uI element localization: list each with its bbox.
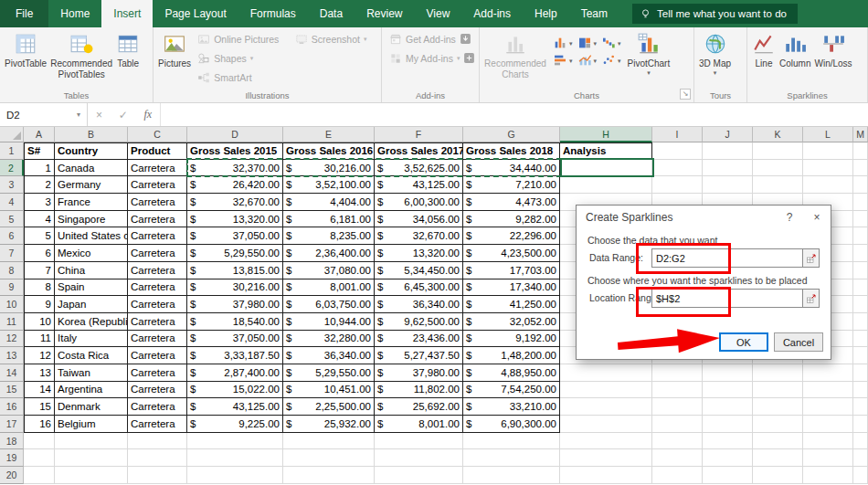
cell-i17[interactable] [652,416,703,433]
cell-l15[interactable] [803,382,853,399]
cell-m14[interactable] [853,364,868,382]
3d-map-button[interactable]: 3D Map▾ [697,29,733,78]
cell-e18[interactable] [283,433,375,450]
cell-m5[interactable] [853,211,868,228]
column-header-a[interactable]: A [24,127,55,142]
row-header-15[interactable]: 15 [0,382,24,399]
screenshot-button[interactable]: Screenshot▾ [291,29,378,48]
cancel-formula-icon[interactable]: × [96,109,102,121]
cell-a12[interactable]: 11 [24,331,55,348]
cell-c16[interactable]: Carretera [128,398,187,416]
cell-f20[interactable] [375,467,463,484]
cell-b7[interactable]: Mexico [55,245,128,262]
cell-f11[interactable]: $9,62,500.00 [375,313,463,331]
cell-d8[interactable]: $13,815.00 [187,262,283,279]
cell-e6[interactable]: $8,235.00 [283,227,375,245]
cell-l17[interactable] [803,416,853,433]
cell-g5[interactable]: $9,282.00 [463,211,560,228]
cell-k1[interactable] [753,142,803,160]
chart-hierarchy-button[interactable]: ▾ [577,36,598,50]
dialog-close-button[interactable]: × [803,206,831,228]
cell-g17[interactable]: $6,90,300.00 [463,416,560,433]
cell-h2[interactable] [560,160,652,177]
cell-c18[interactable] [128,433,187,450]
cell-d4[interactable]: $32,670.00 [187,194,283,211]
cell-j14[interactable] [703,364,753,382]
dialog-title-bar[interactable]: Create Sparklines ? × [577,206,831,228]
ok-button[interactable]: OK [719,332,768,352]
column-header-b[interactable]: B [55,127,128,142]
row-header-17[interactable]: 17 [0,416,24,433]
cell-g7[interactable]: $4,23,500.00 [463,245,560,262]
cell-a3[interactable]: 2 [24,176,55,194]
cell-m18[interactable] [853,433,868,450]
cell-k19[interactable] [753,449,803,467]
win-loss-button[interactable]: Win/Loss [812,29,853,71]
row-header-2[interactable]: 2 [0,160,24,177]
cell-m20[interactable] [853,467,868,484]
cell-i16[interactable] [652,398,703,416]
row-header-8[interactable]: 8 [0,262,24,279]
cancel-button[interactable]: Cancel [774,332,823,352]
cell-a19[interactable] [24,449,55,467]
cell-c6[interactable]: Carretera [128,227,187,245]
row-header-20[interactable]: 20 [0,467,24,484]
pictures-button[interactable]: Pictures [156,29,193,71]
cell-c10[interactable]: Carretera [128,296,187,313]
cell-l2[interactable] [803,160,853,177]
column-header-k[interactable]: K [753,127,803,142]
cell-d3[interactable]: $26,420.00 [187,176,283,194]
cell-a18[interactable] [24,433,55,450]
range-picker-icon[interactable] [802,290,819,307]
cell-a7[interactable]: 6 [24,245,55,262]
cell-e5[interactable]: $6,181.00 [283,211,375,228]
cell-d10[interactable]: $37,980.00 [187,296,283,313]
cell-d18[interactable] [187,433,283,450]
cell-e15[interactable]: $10,451.00 [283,382,375,399]
cell-a15[interactable]: 14 [24,382,55,399]
cell-e1[interactable]: Gross Sales 2016 [283,142,375,160]
cell-b19[interactable] [55,449,128,467]
data-range-input[interactable]: D2:G2 [651,248,820,268]
cell-m4[interactable] [853,194,868,211]
cell-a17[interactable]: 16 [24,416,55,433]
get-add-ins-button[interactable]: Get Add-ins [385,29,476,48]
cell-m11[interactable] [853,313,868,331]
column-header-e[interactable]: E [283,127,375,142]
cell-e16[interactable]: $2,25,500.00 [283,398,375,416]
cell-g4[interactable]: $4,473.00 [463,194,560,211]
cell-a10[interactable]: 9 [24,296,55,313]
cell-f19[interactable] [375,449,463,467]
cell-h1[interactable]: Analysis [560,142,652,160]
recommended-charts-button[interactable]: Recommended Charts [482,29,548,81]
cell-b3[interactable]: Germany [55,176,128,194]
cell-l19[interactable] [803,449,853,467]
cell-c11[interactable]: Carretera [128,313,187,331]
column-button[interactable]: Column [778,29,812,71]
cell-e17[interactable]: $25,932.00 [283,416,375,433]
cell-g11[interactable]: $32,052.00 [463,313,560,331]
tab-add-ins[interactable]: Add-ins [461,0,523,27]
cell-h20[interactable] [560,467,652,484]
cell-e7[interactable]: $2,36,400.00 [283,245,375,262]
cell-j2[interactable] [703,160,753,177]
cell-g2[interactable]: $34,440.00 [463,160,560,177]
cell-e12[interactable]: $32,280.00 [283,331,375,348]
name-box[interactable]: D2 ▾ [0,103,88,126]
pivotchart-button[interactable]: PivotChart▾ [626,29,672,78]
table-button[interactable]: Table [114,29,142,71]
cell-m9[interactable] [853,279,868,297]
cell-c5[interactable]: Carretera [128,211,187,228]
cell-e4[interactable]: $4,404.00 [283,194,375,211]
cell-d1[interactable]: Gross Sales 2015 [187,142,283,160]
cell-a8[interactable]: 7 [24,262,55,279]
cell-e14[interactable]: $5,29,550.00 [283,364,375,382]
cell-k17[interactable] [753,416,803,433]
cell-f2[interactable]: $3,52,625.00 [375,160,463,177]
cell-g6[interactable]: $22,296.00 [463,227,560,245]
cell-i3[interactable] [652,176,703,194]
my-add-ins-button[interactable]: My Add-ins▾ [385,48,476,68]
tellme-box[interactable]: Tell me what you want to do [632,4,798,24]
cell-m1[interactable] [853,142,868,160]
cell-m8[interactable] [853,262,868,279]
